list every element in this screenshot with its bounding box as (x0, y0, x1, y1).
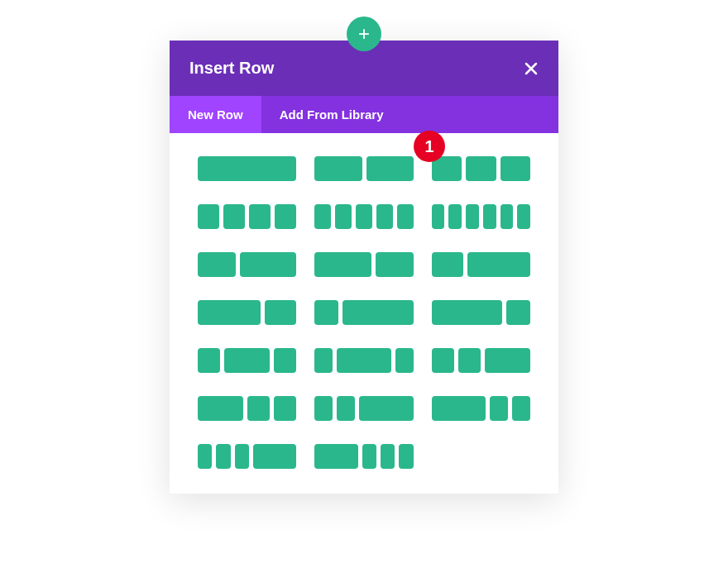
layout-2-5-3-5[interactable] (198, 252, 296, 277)
tab-new-row[interactable]: New Row (170, 96, 261, 133)
modal-title: Insert Row (189, 59, 274, 78)
layout-col (314, 252, 371, 277)
layout-3-4-1-4[interactable] (432, 300, 530, 325)
layout-col (216, 444, 230, 469)
layout-fifths[interactable] (314, 204, 413, 229)
layout-col (198, 252, 236, 277)
layout-col (376, 252, 414, 277)
layout-col (198, 396, 243, 421)
layout-col (342, 300, 414, 325)
layout-col (458, 348, 481, 373)
layout-col (366, 156, 414, 181)
layout-col (240, 252, 297, 277)
layout-col (249, 204, 271, 229)
layout-half-half[interactable] (314, 156, 413, 181)
layout-col (399, 444, 413, 469)
layout-col (490, 396, 508, 421)
layout-col (337, 348, 391, 373)
layout-col (432, 252, 463, 277)
layout-1-4-3-4[interactable] (314, 300, 413, 325)
layout-col (335, 204, 352, 229)
plus-icon: + (358, 22, 370, 45)
layout-3-5-2-5[interactable] (314, 252, 413, 277)
layout-col (198, 300, 261, 325)
layout-col (314, 444, 357, 469)
layout-col (432, 348, 454, 373)
layout-col (485, 348, 530, 373)
layout-col (274, 348, 296, 373)
layout-col (432, 396, 486, 421)
layout-col (362, 444, 376, 469)
layout-col (467, 252, 530, 277)
layout-col (274, 396, 296, 421)
modal-body: 1 (170, 133, 558, 494)
layout-1-5-3-5-1-5[interactable] (314, 348, 413, 373)
layout-col (224, 348, 270, 373)
layout-1-5-1-5-3-5[interactable] (314, 396, 413, 421)
layout-col (432, 204, 445, 229)
layout-col (395, 348, 414, 373)
layout-1-6-1-6-1-6-1-2[interactable] (198, 444, 296, 469)
layout-grid (198, 156, 530, 469)
layout-col (314, 300, 338, 325)
add-button[interactable]: + (347, 17, 381, 51)
layout-col (359, 396, 414, 421)
layout-quarters[interactable] (198, 204, 296, 229)
layout-col (235, 444, 249, 469)
layout-1-2-1-6-1-6-1-6[interactable] (314, 444, 413, 469)
layout-col (466, 156, 496, 181)
layout-col (376, 204, 393, 229)
layout-1-2-1-4-1-4[interactable] (198, 396, 296, 421)
layout-thirds[interactable] (432, 156, 530, 181)
layout-1-4-1-4-1-2[interactable] (432, 348, 530, 373)
layout-col (253, 444, 296, 469)
layout-col (314, 396, 333, 421)
layout-col (265, 300, 296, 325)
layout-col (517, 204, 530, 229)
insert-row-modal: Insert Row New Row Add From Library 1 (170, 41, 558, 494)
layout-col (314, 348, 333, 373)
layout-col (314, 156, 362, 181)
tab-add-from-library[interactable]: Add From Library (261, 96, 402, 133)
tabs: New Row Add From Library (170, 96, 558, 133)
layout-col (483, 204, 496, 229)
layout-col (198, 444, 212, 469)
layout-col (397, 204, 414, 229)
layout-col (223, 204, 245, 229)
layout-col (512, 396, 530, 421)
annotation-badge: 1 (414, 131, 445, 162)
layout-col (198, 348, 220, 373)
layout-col (500, 204, 514, 229)
layout-col (247, 396, 270, 421)
layout-1-3-2-3[interactable] (432, 252, 530, 277)
layout-col (314, 204, 331, 229)
layout-col (448, 204, 462, 229)
layout-col (198, 156, 296, 181)
layout-col (432, 300, 503, 325)
layout-full[interactable] (198, 156, 296, 181)
layout-2-3-1-3[interactable] (198, 300, 296, 325)
close-icon[interactable] (524, 61, 539, 76)
layout-col (466, 204, 479, 229)
layout-3-5-1-5-1-5[interactable] (432, 396, 530, 421)
layout-1-4-1-2-1-4[interactable] (198, 348, 296, 373)
layout-col (381, 444, 395, 469)
layout-col (356, 204, 372, 229)
layout-col (506, 300, 530, 325)
layout-sixths[interactable] (432, 204, 530, 229)
layout-col (198, 204, 219, 229)
layout-col (337, 396, 355, 421)
layout-col (500, 156, 530, 181)
layout-col (275, 204, 296, 229)
